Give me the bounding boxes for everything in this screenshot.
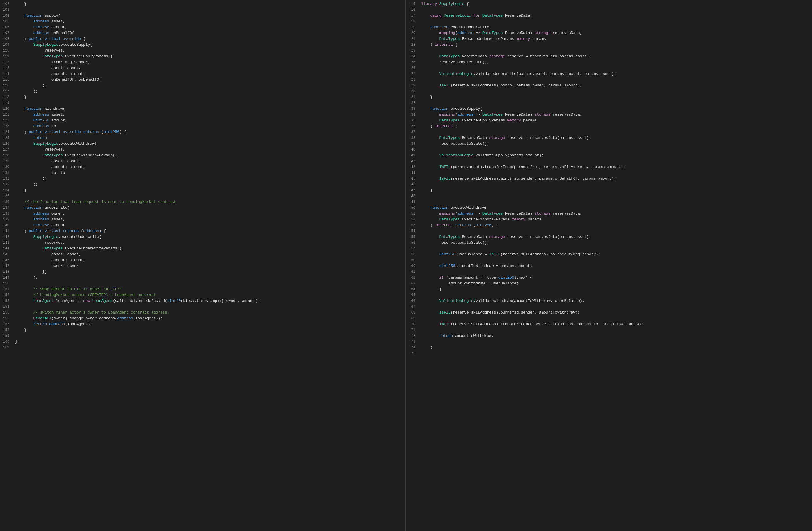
line-number: 15 xyxy=(408,1,415,7)
code-line: DataTypes.ExecuteUnderwriteParams memory… xyxy=(419,36,812,42)
line-number: 16 xyxy=(408,7,415,13)
code-line: function withdraw( xyxy=(13,106,405,112)
line-number: 43 xyxy=(408,164,415,170)
line-number: 57 xyxy=(408,246,415,252)
line-number: 67 xyxy=(408,304,415,310)
code-line: uint256 amount, xyxy=(13,25,405,30)
line-number: 68 xyxy=(408,310,415,316)
code-line: DataTypes.ReserveData storage reserve = … xyxy=(419,234,812,240)
code-line: // the function that Loan request is sen… xyxy=(13,199,405,205)
line-number: 130 xyxy=(2,164,9,170)
code-line xyxy=(419,77,812,83)
line-number: 41 xyxy=(408,153,415,158)
line-number: 103 xyxy=(2,7,9,13)
line-number: 146 xyxy=(2,257,9,263)
code-line: amount: amount, xyxy=(13,164,405,170)
code-line: ) public virtual returns (address) { xyxy=(13,228,405,234)
line-number: 102 xyxy=(2,1,9,7)
code-line xyxy=(13,281,405,287)
code-line: MinerAPI(owner).change_owner_address(add… xyxy=(13,316,405,321)
code-line: function executeWithdraw( xyxy=(419,205,812,211)
line-number: 118 xyxy=(2,94,9,100)
code-line: IsFIL(reserve.sFILAddress).mint(msg.send… xyxy=(419,176,812,182)
line-number: 119 xyxy=(2,100,9,106)
code-line: amount: amount, xyxy=(13,257,405,263)
code-line: reserve.updateState(); xyxy=(419,141,812,147)
code-line: // switch miner actor's owner to LoanAge… xyxy=(13,310,405,316)
line-number: 107 xyxy=(2,30,9,36)
code-line: } xyxy=(419,94,812,100)
line-number: 160 xyxy=(2,339,9,345)
code-line: ); xyxy=(13,88,405,94)
code-line: function supply( xyxy=(13,13,405,19)
code-line: return xyxy=(13,135,405,141)
line-number: 121 xyxy=(2,112,9,117)
line-number: 151 xyxy=(2,287,9,292)
line-number: 45 xyxy=(408,176,415,182)
code-line: address to xyxy=(13,123,405,129)
line-number: 37 xyxy=(408,129,415,135)
line-number: 65 xyxy=(408,292,415,298)
code-line: address asset, xyxy=(13,216,405,222)
code-line: address asset, xyxy=(13,112,405,117)
code-line xyxy=(419,350,812,356)
code-line xyxy=(419,19,812,25)
line-number: 149 xyxy=(2,275,9,281)
code-line: } xyxy=(13,1,405,7)
code-line xyxy=(419,269,812,275)
line-number: 74 xyxy=(408,345,415,350)
code-line: DataTypes.ExecuteUnderwriteParams({ xyxy=(13,246,405,252)
line-number: 48 xyxy=(408,193,415,199)
line-number: 31 xyxy=(408,94,415,100)
line-number: 159 xyxy=(2,333,9,339)
line-number: 117 xyxy=(2,88,9,94)
line-number: 21 xyxy=(408,36,415,42)
code-line xyxy=(419,7,812,13)
right-editor-pane: 1516171819202122232425262728293031323334… xyxy=(406,0,812,531)
line-number: 25 xyxy=(408,59,415,65)
code-line xyxy=(13,333,405,339)
line-number: 32 xyxy=(408,100,415,106)
line-number: 150 xyxy=(2,281,9,287)
left-code-content[interactable]: } function supply( address asset, uint25… xyxy=(13,0,405,531)
code-line: SupplyLogic.executeUnderwrite( xyxy=(13,234,405,240)
code-line xyxy=(419,316,812,321)
code-line: mapping(address => DataTypes.ReserveData… xyxy=(419,112,812,117)
line-number: 138 xyxy=(2,211,9,216)
code-line: uint256 userBalance = IsFIL(reserve.sFIL… xyxy=(419,252,812,257)
line-number: 71 xyxy=(408,327,415,333)
line-number: 134 xyxy=(2,187,9,193)
line-number: 120 xyxy=(2,106,9,112)
code-line: IWFIL(reserve.sFILAddress).transferFrom(… xyxy=(419,321,812,327)
line-number: 70 xyxy=(408,321,415,327)
line-number: 73 xyxy=(408,339,415,345)
code-line: }) xyxy=(13,269,405,275)
code-line: address owner, xyxy=(13,211,405,216)
line-number: 128 xyxy=(2,153,9,158)
code-line xyxy=(419,304,812,310)
line-number: 38 xyxy=(408,135,415,141)
code-line: ); xyxy=(13,275,405,281)
code-line: }) xyxy=(13,176,405,182)
line-number: 112 xyxy=(2,59,9,65)
code-line: uint256 amount xyxy=(13,222,405,228)
line-number: 52 xyxy=(408,216,415,222)
code-line: }) xyxy=(13,83,405,88)
line-number: 140 xyxy=(2,222,9,228)
code-line: } xyxy=(419,287,812,292)
left-editor-pane: 1021031041051061071081091101111121131141… xyxy=(0,0,406,531)
code-line: uint256 amount, xyxy=(13,117,405,123)
line-number: 148 xyxy=(2,269,9,275)
code-line: DataTypes.ExecuteWithdrawParams({ xyxy=(13,153,405,158)
code-line: mapping(address => DataTypes.ReserveData… xyxy=(419,211,812,216)
line-number: 136 xyxy=(2,199,9,205)
line-number: 49 xyxy=(408,199,415,205)
right-code-content[interactable]: library SupplyLogic { using ReserveLogic… xyxy=(419,0,812,531)
code-line xyxy=(419,246,812,252)
line-number: 26 xyxy=(408,65,415,71)
line-number: 152 xyxy=(2,292,9,298)
line-number: 125 xyxy=(2,135,9,141)
line-number: 153 xyxy=(2,298,9,304)
code-line: // LendingMarket create (CREATE2) a Loan… xyxy=(13,292,405,298)
code-line xyxy=(13,100,405,106)
